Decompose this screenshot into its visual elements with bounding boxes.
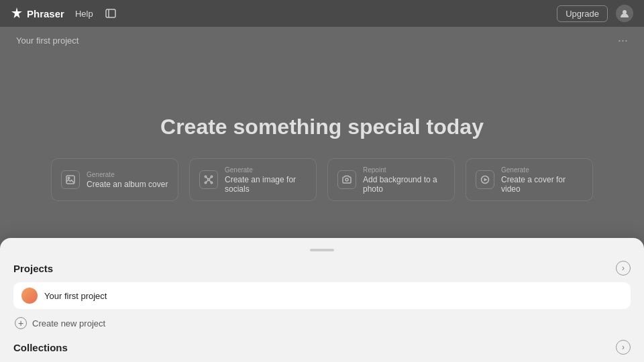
create-project-plus-icon: +	[15, 317, 27, 329]
svg-rect-0	[106, 9, 115, 17]
svg-point-7	[211, 176, 212, 177]
svg-point-9	[211, 182, 212, 183]
app-logo[interactable]: Phraser	[11, 7, 64, 19]
card-title: Create an album cover	[87, 180, 168, 189]
projects-section-header: Projects ›	[13, 261, 631, 276]
collections-section-header: Collections ›	[13, 340, 631, 355]
project-item-name: Your first project	[44, 291, 107, 301]
projects-title: Projects	[13, 263, 53, 274]
play-icon	[476, 170, 494, 189]
logo-icon	[11, 7, 23, 19]
drag-handle[interactable]	[310, 249, 334, 251]
svg-point-6	[205, 176, 206, 177]
card-action-label: Generate	[501, 166, 583, 174]
card-title: Create an image for socials	[225, 175, 307, 194]
card-image-socials[interactable]: Generate Create an image for socials	[189, 158, 317, 201]
create-project-row[interactable]: + Create new project	[13, 314, 631, 332]
project-bar: Your first project ···	[0, 27, 644, 54]
sidebar-toggle-icon[interactable]	[104, 7, 117, 20]
hero-heading: Create something special today	[160, 115, 484, 139]
card-action-label: Repoint	[363, 166, 445, 174]
svg-point-4	[68, 177, 69, 178]
svg-line-10	[207, 178, 208, 179]
svg-point-5	[208, 179, 210, 181]
projects-expand-button[interactable]: ›	[616, 261, 631, 276]
create-project-label: Create new project	[32, 318, 105, 328]
card-video-cover[interactable]: Generate Create a cover for video	[466, 158, 593, 201]
project-list-item[interactable]: Your first project	[13, 282, 631, 309]
card-album-cover[interactable]: Generate Create an album cover	[51, 158, 178, 201]
app-name: Phraser	[27, 8, 64, 19]
image-icon	[61, 170, 80, 189]
project-avatar	[21, 288, 38, 304]
svg-line-12	[207, 181, 208, 182]
card-action-label: Generate	[225, 166, 307, 174]
svg-point-8	[205, 182, 206, 183]
collections-arrow-icon: ›	[622, 343, 625, 352]
topbar-right: Upgrade	[557, 5, 633, 22]
main-content: Your first project ··· Create something …	[0, 27, 644, 248]
card-title: Create a cover for video	[501, 175, 583, 194]
upgrade-button[interactable]: Upgrade	[557, 5, 608, 22]
project-options-button[interactable]: ···	[618, 34, 628, 48]
help-link[interactable]: Help	[75, 9, 93, 19]
card-action-label: Generate	[87, 171, 168, 178]
social-icon	[199, 170, 218, 189]
svg-marker-16	[484, 178, 488, 182]
collections-section: Collections › + Create new collection	[13, 340, 631, 362]
camera-icon	[337, 170, 356, 189]
svg-line-13	[210, 181, 211, 182]
bottom-sheet: Projects › Your first project + Create n…	[0, 238, 644, 362]
svg-line-11	[210, 178, 211, 179]
topbar-nav: Help	[75, 7, 117, 20]
collections-title: Collections	[13, 342, 68, 353]
svg-point-14	[345, 178, 348, 181]
card-title: Add background to a photo	[363, 175, 445, 194]
action-cards: Generate Create an album cover	[35, 158, 609, 201]
project-bar-title: Your first project	[16, 36, 78, 46]
user-avatar-icon[interactable]	[616, 5, 633, 22]
card-background-photo[interactable]: Repoint Add background to a photo	[327, 158, 455, 201]
topbar: Phraser Help Upgrade	[0, 0, 644, 27]
projects-arrow-icon: ›	[622, 263, 625, 273]
collections-expand-button[interactable]: ›	[616, 340, 631, 355]
